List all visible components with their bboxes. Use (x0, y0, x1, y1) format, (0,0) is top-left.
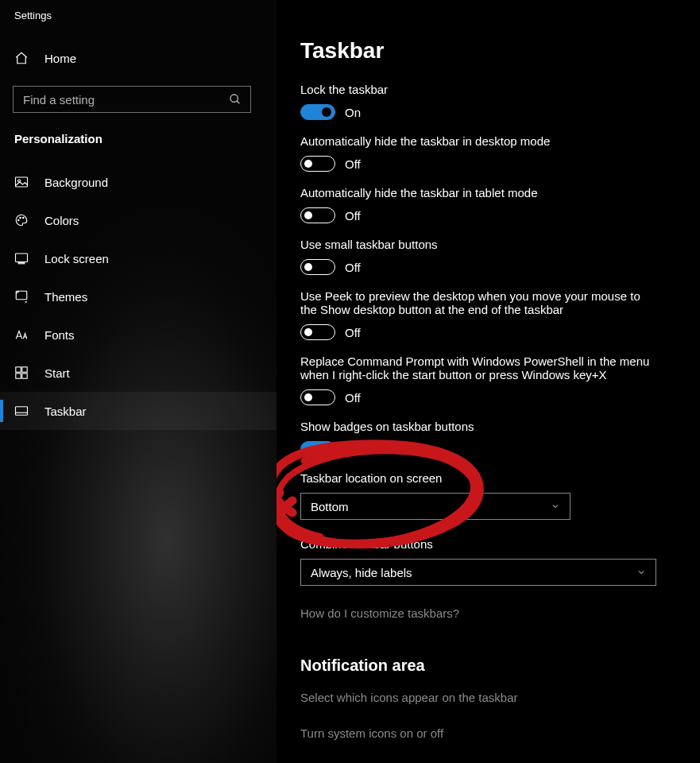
toggle-state: Off (345, 391, 361, 405)
setting-label: Replace Command Prompt with Windows Powe… (300, 354, 650, 382)
setting-label: Lock the taskbar (300, 83, 650, 96)
toggle-state: Off (345, 326, 361, 339)
toggle-state: Off (345, 261, 361, 274)
svg-rect-14 (16, 407, 28, 416)
svg-rect-13 (22, 374, 27, 378)
palette-icon (14, 213, 29, 227)
notification-area-heading: Notification area (300, 656, 684, 675)
sidebar-nav: Background Colors Lock screen (0, 163, 277, 430)
settings-sidebar: Settings Home Personalization Background (0, 0, 277, 763)
sidebar-item-label: Colors (44, 214, 79, 227)
toggle-autohide-desktop[interactable] (300, 156, 335, 172)
toggle-powershell[interactable] (300, 389, 335, 405)
fonts-icon (14, 328, 29, 341)
svg-point-4 (18, 219, 20, 221)
search-input[interactable] (13, 86, 251, 113)
taskbar-icon (14, 405, 29, 416)
link-select-icons[interactable]: Select which icons appear on the taskbar (300, 691, 684, 704)
sidebar-item-lockscreen[interactable]: Lock screen (0, 239, 277, 277)
svg-rect-7 (16, 254, 28, 262)
setting-label: Taskbar location on screen (300, 471, 650, 485)
help-link-customize-taskbars[interactable]: How do I customize taskbars? (300, 606, 684, 620)
home-nav-item[interactable]: Home (0, 38, 277, 78)
setting-label: Use Peek to preview the desktop when you… (300, 289, 650, 316)
toggle-use-peek[interactable] (300, 324, 335, 340)
svg-point-5 (20, 217, 21, 219)
setting-autohide-tablet: Automatically hide the taskbar in tablet… (300, 186, 650, 223)
dropdown-value: Always, hide labels (311, 566, 412, 579)
setting-badges: Show badges on taskbar buttons On (300, 420, 650, 457)
toggle-state: Off (345, 157, 361, 171)
setting-powershell: Replace Command Prompt with Windows Powe… (300, 354, 650, 405)
dropdown-combine-buttons[interactable]: Always, hide labels (300, 559, 656, 586)
toggle-state: Off (345, 209, 361, 223)
lockscreen-icon (14, 252, 29, 265)
sidebar-item-label: Themes (44, 290, 87, 304)
sidebar-item-themes[interactable]: Themes (0, 277, 277, 316)
sidebar-item-label: Background (44, 176, 108, 189)
home-label: Home (44, 52, 76, 65)
setting-small-buttons: Use small taskbar buttons Off (300, 238, 650, 275)
sidebar-item-label: Taskbar (44, 405, 87, 418)
toggle-state: On (345, 443, 361, 456)
svg-rect-11 (22, 367, 27, 372)
home-icon (14, 51, 29, 65)
setting-label: Combine taskbar buttons (300, 537, 650, 551)
svg-point-6 (23, 217, 25, 219)
picture-icon (14, 176, 29, 188)
dropdown-taskbar-location[interactable]: Bottom (300, 493, 570, 520)
sidebar-item-fonts[interactable]: Fonts (0, 316, 277, 354)
toggle-autohide-tablet[interactable] (300, 207, 335, 223)
main-content: Taskbar Lock the taskbar On Automaticall… (277, 0, 700, 763)
setting-label: Automatically hide the taskbar in deskto… (300, 134, 650, 148)
setting-label: Use small taskbar buttons (300, 238, 650, 251)
sidebar-item-taskbar[interactable]: Taskbar (0, 392, 277, 430)
start-icon (14, 366, 29, 379)
setting-use-peek: Use Peek to preview the desktop when you… (300, 289, 650, 340)
sidebar-item-label: Start (44, 366, 70, 380)
setting-combine-buttons: Combine taskbar buttons Always, hide lab… (300, 537, 650, 586)
chevron-down-icon (551, 502, 560, 511)
app-title: Settings (0, 0, 277, 32)
sidebar-item-start[interactable]: Start (0, 354, 277, 392)
setting-label: Automatically hide the taskbar in tablet… (300, 186, 650, 199)
toggle-state: On (345, 106, 361, 119)
search-container (13, 86, 251, 113)
sidebar-item-label: Fonts (44, 328, 75, 342)
sidebar-item-colors[interactable]: Colors (0, 201, 277, 239)
link-system-icons[interactable]: Turn system icons on or off (300, 726, 684, 740)
section-title: Personalization (0, 113, 277, 149)
svg-rect-8 (18, 262, 25, 264)
page-heading: Taskbar (300, 38, 684, 64)
toggle-badges[interactable] (300, 441, 335, 457)
chevron-down-icon (636, 567, 646, 577)
setting-lock-taskbar: Lock the taskbar On (300, 83, 650, 120)
dropdown-value: Bottom (311, 500, 349, 513)
themes-icon (14, 289, 29, 304)
setting-autohide-desktop: Automatically hide the taskbar in deskto… (300, 134, 650, 172)
setting-label: Show badges on taskbar buttons (300, 420, 650, 433)
svg-rect-2 (16, 177, 28, 187)
setting-taskbar-location: Taskbar location on screen Bottom (300, 471, 650, 520)
sidebar-item-background[interactable]: Background (0, 163, 277, 201)
toggle-small-buttons[interactable] (300, 259, 335, 275)
svg-rect-12 (16, 374, 21, 378)
sidebar-item-label: Lock screen (44, 252, 109, 265)
svg-rect-10 (16, 367, 21, 372)
toggle-lock-taskbar[interactable] (300, 104, 335, 120)
